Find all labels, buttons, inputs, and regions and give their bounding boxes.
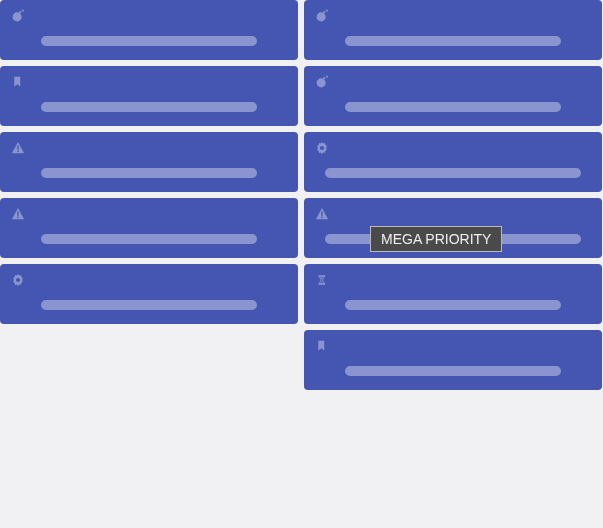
card[interactable] [0, 132, 298, 192]
gear-icon [314, 140, 330, 156]
bomb-icon [10, 8, 26, 24]
card-content-bar [41, 300, 258, 310]
card[interactable] [304, 66, 602, 126]
svg-point-3 [22, 10, 24, 12]
warning-icon [10, 206, 26, 222]
card[interactable] [304, 330, 602, 390]
svg-rect-7 [17, 217, 18, 218]
card[interactable] [0, 264, 298, 324]
card-content-bar [345, 300, 562, 310]
svg-rect-18 [321, 211, 322, 215]
card[interactable] [0, 198, 298, 258]
svg-rect-6 [17, 211, 18, 215]
card[interactable] [304, 264, 602, 324]
card-content-bar [345, 36, 562, 46]
card[interactable] [0, 0, 298, 60]
svg-point-12 [326, 10, 328, 12]
card-content-bar [325, 168, 581, 178]
svg-point-16 [326, 76, 328, 78]
svg-point-0 [13, 12, 22, 21]
svg-rect-5 [17, 151, 18, 152]
column-right: MEGA PRIORITY [304, 0, 602, 390]
hourglass-icon [314, 272, 330, 288]
svg-point-8 [16, 278, 20, 282]
bomb-icon [314, 8, 330, 24]
svg-point-17 [320, 146, 324, 150]
warning-icon [10, 140, 26, 156]
card[interactable] [304, 132, 602, 192]
svg-rect-4 [17, 145, 18, 149]
priority-tooltip: MEGA PRIORITY [370, 226, 502, 252]
card-board: MEGA PRIORITY [0, 0, 603, 390]
column-left [0, 0, 298, 390]
card-content-bar [345, 366, 562, 376]
bomb-icon [314, 74, 330, 90]
warning-icon [314, 206, 330, 222]
card-content-bar [41, 168, 258, 178]
bookmark-icon [314, 338, 330, 354]
card[interactable] [0, 66, 298, 126]
gear-icon [10, 272, 26, 288]
svg-point-9 [317, 12, 326, 21]
card-content-bar [41, 36, 258, 46]
card[interactable]: MEGA PRIORITY [304, 198, 602, 258]
svg-point-13 [317, 78, 326, 87]
card[interactable] [304, 0, 602, 60]
svg-rect-19 [321, 217, 322, 218]
card-content-bar [41, 102, 258, 112]
bookmark-icon [10, 74, 26, 90]
card-content-bar [41, 234, 258, 244]
card-content-bar [345, 102, 562, 112]
